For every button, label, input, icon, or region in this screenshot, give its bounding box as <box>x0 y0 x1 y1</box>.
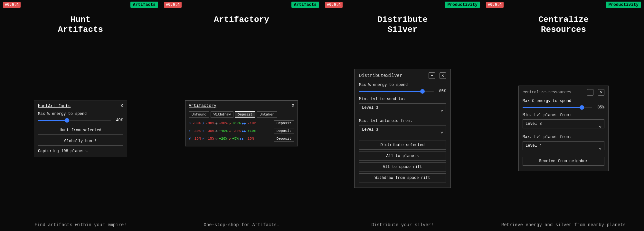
dist-slider-thumb[interactable] <box>420 89 425 94</box>
hunt-slider-row: 40% <box>38 118 123 123</box>
version-badge-3: v0.6.4 <box>325 2 343 8</box>
dist-min-lvl-select[interactable]: Level 3 Level 1 Level 2 Level 4 Level 5 <box>359 103 446 112</box>
bolt-icon-6: ⚡ <box>202 136 204 141</box>
art-row-1: ⚡ -30% ⚡ -30% ⊙ -30% ↗ +60% ▶▶ -10% Depo… <box>189 120 294 126</box>
dist-modal-controls: − ✕ <box>429 72 446 79</box>
art-stat-1-3: -30% <box>219 121 227 125</box>
panel-body-dist: DistributeSilver − ✕ Max % energy to spe… <box>322 38 483 219</box>
dist-slider-value: 85% <box>436 89 446 94</box>
art-row-2: ⚡ -30% ⚡ -30% ⊙ +40% ↗ -30% ▶▶ +10% Depo… <box>189 128 294 134</box>
art-stat-3-3: +20% <box>219 137 227 141</box>
circle-icon-2: ⊙ <box>215 129 218 133</box>
cent-max-lvl-label: Max. Lvl planet from: <box>523 135 604 139</box>
panel-title-2: Artifactory <box>165 12 318 27</box>
panel-title-3: DistributeSilver <box>326 12 479 37</box>
category-badge-1: Artifacts <box>130 2 158 8</box>
panel-footer-dist: Distribute your silver! <box>322 219 483 231</box>
cent-close-icon[interactable]: ✕ <box>598 89 604 96</box>
panel-header-dist: v0.6.4 Productivity <box>322 0 483 9</box>
version-badge-2: v0.6.4 <box>164 2 182 8</box>
bolt-icon-4: ⚡ <box>202 129 204 134</box>
hunt-modal-title-row: HuntArtifacts X <box>38 104 123 108</box>
hunt-status-text: Capturing 108 planets. <box>38 149 123 153</box>
hunt-modal-close[interactable]: X <box>120 104 123 108</box>
bolt-icon-2: ⚡ <box>202 121 204 126</box>
hunt-slider-fill <box>38 120 67 121</box>
cent-max-lvl-wrapper: Level 4 Level 1 Level 2 Level 3 Level 5 <box>523 141 604 153</box>
hunt-artifacts-modal: HuntArtifacts X Max % energy to spend 40… <box>34 100 127 157</box>
all-to-planets-button[interactable]: All to planets <box>359 152 446 161</box>
deposit-btn-1[interactable]: Deposit <box>274 120 294 126</box>
cent-modal-title: centralize-ressources <box>523 90 571 95</box>
tab-deposit[interactable]: Deposit <box>235 111 255 118</box>
cent-energy-slider[interactable] <box>523 107 592 108</box>
globally-hunt-button[interactable]: Globally hunt! <box>38 137 123 146</box>
distribute-selected-button[interactable]: Distribute selected <box>359 141 446 150</box>
art-stat-2-2: -30% <box>206 129 214 133</box>
arrow-icon-2: ↗ <box>229 129 231 133</box>
hunt-energy-label: Max % energy to spend <box>38 112 123 116</box>
bolt-icon-1: ⚡ <box>189 121 191 126</box>
arrow-icon-3: ↗ <box>229 137 231 141</box>
artifactory-modal: Artifactory X Unfound Withdraw Deposit U… <box>185 100 298 146</box>
cent-minimize-icon[interactable]: − <box>587 89 593 96</box>
dist-energy-label: Max % energy to spend <box>359 83 446 87</box>
cent-modal-controls: − ✕ <box>587 89 604 96</box>
dist-energy-slider[interactable] <box>359 91 434 92</box>
cent-max-lvl-select[interactable]: Level 4 Level 1 Level 2 Level 3 Level 5 <box>523 141 604 150</box>
hunt-slider-value: 40% <box>113 118 123 123</box>
category-badge-3: Productivity <box>445 2 480 8</box>
distribute-silver-modal: DistributeSilver − ✕ Max % energy to spe… <box>354 69 451 188</box>
panel-body-hunt: HuntArtifacts X Max % energy to spend 40… <box>0 38 161 219</box>
dist-close-icon[interactable]: ✕ <box>440 72 446 79</box>
bolt-icon-3: ⚡ <box>189 129 191 134</box>
art-stat-1-1: -30% <box>192 121 201 125</box>
deposit-btn-2[interactable]: Deposit <box>274 128 294 134</box>
dist-modal-title-row: DistributeSilver − ✕ <box>359 72 446 79</box>
panel-distribute-silver: v0.6.4 Productivity DistributeSilver Dis… <box>322 0 483 231</box>
panel-artifactory: v0.6.4 Artifacts Artifactory Artifactory… <box>161 0 322 231</box>
version-badge-1: v0.6.4 <box>3 2 21 8</box>
cent-slider-thumb[interactable] <box>580 105 584 110</box>
art-stat-1-5: -10% <box>248 121 256 125</box>
tab-unfound[interactable]: Unfound <box>189 111 209 118</box>
hunt-modal-title[interactable]: HuntArtifacts <box>38 104 71 108</box>
hunt-from-selected-button[interactable]: Hunt from selected <box>38 126 123 135</box>
arrow-icon-1: ↗ <box>229 121 231 125</box>
panel-title-4: CentralizeResources <box>487 12 640 37</box>
panel-body-cent: centralize-ressources − ✕ Max % energy t… <box>483 38 644 219</box>
category-badge-2: Artifacts <box>291 2 319 8</box>
withdraw-from-space-rift-button[interactable]: Withdraw from space rift <box>359 173 446 182</box>
tab-untaken[interactable]: Untaken <box>257 111 277 118</box>
tab-withdraw[interactable]: Withdraw <box>211 111 233 118</box>
centralize-resources-modal: centralize-ressources − ✕ Max % energy t… <box>518 86 609 171</box>
deposit-btn-3[interactable]: Deposit <box>274 136 294 142</box>
cent-min-lvl-select[interactable]: Level 3 Level 1 Level 2 Level 4 Level 5 <box>523 119 604 128</box>
dist-min-lvl-wrapper: Level 3 Level 1 Level 2 Level 4 Level 5 <box>359 103 446 116</box>
panel-body-art: Artifactory X Unfound Withdraw Deposit U… <box>161 28 322 219</box>
dist-max-lvl-label: Max. Lvl asteroid from: <box>359 119 446 123</box>
art-row-3: ⚡ -15% ⚡ -15% ⊙ +20% ↗ +5% ▶▶ -15% Depos… <box>189 136 294 142</box>
art-modal-title[interactable]: Artifactory <box>189 103 216 108</box>
art-stat-1-2: -30% <box>206 121 214 125</box>
version-badge-4: v0.6.4 <box>486 2 504 8</box>
panel-footer-hunt: Find artifacts within your empire! <box>0 219 161 231</box>
circle-icon-3: ⊙ <box>215 137 218 141</box>
dist-max-lvl-select[interactable]: Level 3 Level 1 Level 2 Level 4 Level 5 <box>359 125 446 134</box>
panel-header-art: v0.6.4 Artifacts <box>161 0 322 9</box>
move-icon-3: ▶▶ <box>240 137 244 141</box>
all-to-space-rift-button[interactable]: All to space rift <box>359 162 446 171</box>
hunt-slider-thumb[interactable] <box>65 118 69 123</box>
cent-energy-label: Max % energy to spend <box>523 99 604 103</box>
panel-title-1: HuntArtifacts <box>4 12 157 37</box>
cent-slider-row: 85% <box>523 105 604 110</box>
art-stat-1-4: +60% <box>232 121 241 125</box>
hunt-energy-slider[interactable] <box>38 120 111 121</box>
art-tab-row: Unfound Withdraw Deposit Untaken <box>189 111 294 118</box>
art-stat-3-2: -15% <box>206 137 214 141</box>
art-modal-close[interactable]: X <box>292 103 294 108</box>
receive-from-neighbor-button[interactable]: Receive from neighbor <box>523 157 604 166</box>
dist-minimize-icon[interactable]: − <box>429 72 435 79</box>
circle-icon-1: ⊙ <box>215 121 218 125</box>
category-badge-4: Productivity <box>606 2 641 8</box>
